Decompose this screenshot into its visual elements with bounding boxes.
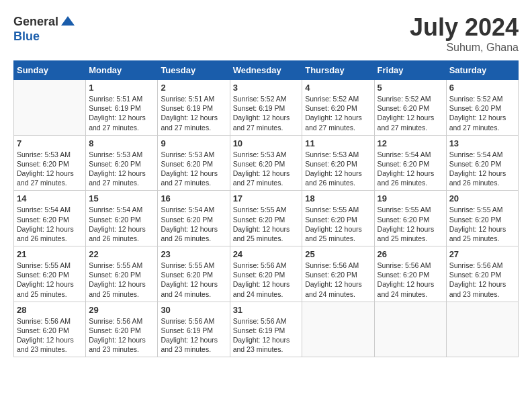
day-number: 19 (378, 193, 443, 203)
day-info: Sunrise: 5:54 AM Sunset: 6:20 PM Dayligh… (449, 150, 515, 188)
day-info: Sunrise: 5:52 AM Sunset: 6:20 PM Dayligh… (378, 94, 443, 132)
logo-blue: Blue (13, 30, 40, 44)
day-info: Sunrise: 5:53 AM Sunset: 6:20 PM Dayligh… (89, 150, 154, 188)
day-info: Sunrise: 5:56 AM Sunset: 6:20 PM Dayligh… (89, 316, 154, 355)
day-number: 31 (233, 305, 300, 315)
calendar-cell: 19Sunrise: 5:55 AM Sunset: 6:20 PM Dayli… (374, 191, 446, 246)
calendar-cell: 18Sunrise: 5:55 AM Sunset: 6:20 PM Dayli… (302, 191, 374, 246)
day-info: Sunrise: 5:53 AM Sunset: 6:20 PM Dayligh… (161, 150, 226, 188)
calendar-cell: 8Sunrise: 5:53 AM Sunset: 6:20 PM Daylig… (86, 135, 158, 191)
day-number: 5 (378, 83, 443, 93)
calendar-cell: 26Sunrise: 5:56 AM Sunset: 6:20 PM Dayli… (374, 246, 446, 302)
calendar-cell: 13Sunrise: 5:54 AM Sunset: 6:20 PM Dayli… (446, 135, 518, 191)
day-number: 18 (305, 193, 371, 203)
day-number: 8 (89, 138, 154, 148)
calendar-weekday-wednesday: Wednesday (230, 61, 302, 80)
logo-icon (60, 13, 76, 30)
page-header: General Blue July 2024 Suhum, Ghana (13, 13, 519, 54)
calendar-cell: 5Sunrise: 5:52 AM Sunset: 6:20 PM Daylig… (374, 80, 446, 136)
day-number: 23 (161, 249, 226, 259)
calendar-cell: 11Sunrise: 5:53 AM Sunset: 6:20 PM Dayli… (302, 135, 374, 191)
day-number: 3 (233, 83, 300, 93)
day-number: 1 (89, 83, 154, 93)
calendar-cell: 23Sunrise: 5:55 AM Sunset: 6:20 PM Dayli… (158, 246, 230, 302)
calendar-cell: 7Sunrise: 5:53 AM Sunset: 6:20 PM Daylig… (14, 135, 86, 191)
day-info: Sunrise: 5:55 AM Sunset: 6:20 PM Dayligh… (161, 261, 226, 299)
day-number: 16 (161, 193, 226, 203)
day-info: Sunrise: 5:56 AM Sunset: 6:20 PM Dayligh… (449, 261, 515, 299)
day-info: Sunrise: 5:55 AM Sunset: 6:20 PM Dayligh… (305, 205, 371, 243)
day-info: Sunrise: 5:56 AM Sunset: 6:20 PM Dayligh… (17, 316, 83, 355)
calendar-cell: 14Sunrise: 5:54 AM Sunset: 6:20 PM Dayli… (14, 191, 86, 246)
calendar-cell (374, 302, 446, 357)
calendar-cell: 27Sunrise: 5:56 AM Sunset: 6:20 PM Dayli… (446, 246, 518, 302)
calendar-cell: 25Sunrise: 5:56 AM Sunset: 6:20 PM Dayli… (302, 246, 374, 302)
day-number: 12 (378, 138, 443, 148)
calendar-cell: 16Sunrise: 5:54 AM Sunset: 6:20 PM Dayli… (158, 191, 230, 246)
calendar-cell: 1Sunrise: 5:51 AM Sunset: 6:19 PM Daylig… (86, 80, 158, 136)
day-info: Sunrise: 5:55 AM Sunset: 6:20 PM Dayligh… (89, 261, 154, 299)
day-number: 10 (233, 138, 300, 148)
calendar-cell: 2Sunrise: 5:51 AM Sunset: 6:19 PM Daylig… (158, 80, 230, 136)
day-info: Sunrise: 5:52 AM Sunset: 6:19 PM Dayligh… (233, 94, 300, 132)
day-number: 13 (449, 138, 515, 148)
calendar-cell: 10Sunrise: 5:53 AM Sunset: 6:20 PM Dayli… (230, 135, 302, 191)
day-number: 7 (17, 138, 83, 148)
day-info: Sunrise: 5:55 AM Sunset: 6:20 PM Dayligh… (449, 205, 515, 243)
calendar-cell: 20Sunrise: 5:55 AM Sunset: 6:20 PM Dayli… (446, 191, 518, 246)
day-info: Sunrise: 5:55 AM Sunset: 6:20 PM Dayligh… (378, 205, 443, 243)
day-number: 11 (305, 138, 371, 148)
calendar-week-row: 28Sunrise: 5:56 AM Sunset: 6:20 PM Dayli… (14, 302, 519, 357)
day-number: 25 (305, 249, 371, 259)
location: Suhum, Ghana (410, 42, 519, 54)
calendar-cell (302, 302, 374, 357)
calendar-cell: 21Sunrise: 5:55 AM Sunset: 6:20 PM Dayli… (14, 246, 86, 302)
day-info: Sunrise: 5:52 AM Sunset: 6:20 PM Dayligh… (449, 94, 515, 132)
calendar-cell: 22Sunrise: 5:55 AM Sunset: 6:20 PM Dayli… (86, 246, 158, 302)
day-info: Sunrise: 5:54 AM Sunset: 6:20 PM Dayligh… (17, 205, 83, 243)
day-info: Sunrise: 5:53 AM Sunset: 6:20 PM Dayligh… (233, 150, 300, 188)
day-number: 27 (449, 249, 515, 259)
day-number: 6 (449, 83, 515, 93)
day-info: Sunrise: 5:55 AM Sunset: 6:20 PM Dayligh… (233, 205, 300, 243)
calendar-cell: 28Sunrise: 5:56 AM Sunset: 6:20 PM Dayli… (14, 302, 86, 357)
day-info: Sunrise: 5:54 AM Sunset: 6:20 PM Dayligh… (89, 205, 154, 243)
day-info: Sunrise: 5:52 AM Sunset: 6:20 PM Dayligh… (305, 94, 371, 132)
calendar-weekday-saturday: Saturday (446, 61, 518, 80)
calendar-cell: 30Sunrise: 5:56 AM Sunset: 6:19 PM Dayli… (158, 302, 230, 357)
day-number: 29 (89, 305, 154, 315)
calendar-cell: 17Sunrise: 5:55 AM Sunset: 6:20 PM Dayli… (230, 191, 302, 246)
day-number: 24 (233, 249, 300, 259)
calendar-week-row: 21Sunrise: 5:55 AM Sunset: 6:20 PM Dayli… (14, 246, 519, 302)
day-info: Sunrise: 5:53 AM Sunset: 6:20 PM Dayligh… (305, 150, 371, 188)
day-info: Sunrise: 5:56 AM Sunset: 6:20 PM Dayligh… (233, 261, 300, 299)
calendar-cell: 31Sunrise: 5:56 AM Sunset: 6:19 PM Dayli… (230, 302, 302, 357)
day-info: Sunrise: 5:54 AM Sunset: 6:20 PM Dayligh… (378, 150, 443, 188)
calendar-cell: 29Sunrise: 5:56 AM Sunset: 6:20 PM Dayli… (86, 302, 158, 357)
day-info: Sunrise: 5:51 AM Sunset: 6:19 PM Dayligh… (161, 94, 226, 132)
calendar-table: SundayMondayTuesdayWednesdayThursdayFrid… (13, 60, 519, 357)
calendar-weekday-tuesday: Tuesday (158, 61, 230, 80)
calendar-weekday-monday: Monday (86, 61, 158, 80)
day-info: Sunrise: 5:54 AM Sunset: 6:20 PM Dayligh… (161, 205, 226, 243)
calendar-cell (14, 80, 86, 136)
calendar-cell: 4Sunrise: 5:52 AM Sunset: 6:20 PM Daylig… (302, 80, 374, 136)
calendar-cell: 9Sunrise: 5:53 AM Sunset: 6:20 PM Daylig… (158, 135, 230, 191)
day-info: Sunrise: 5:56 AM Sunset: 6:20 PM Dayligh… (305, 261, 371, 299)
calendar-week-row: 14Sunrise: 5:54 AM Sunset: 6:20 PM Dayli… (14, 191, 519, 246)
calendar-cell: 12Sunrise: 5:54 AM Sunset: 6:20 PM Dayli… (374, 135, 446, 191)
day-number: 28 (17, 305, 83, 315)
day-number: 20 (449, 193, 515, 203)
day-number: 4 (305, 83, 371, 93)
day-info: Sunrise: 5:56 AM Sunset: 6:19 PM Dayligh… (161, 316, 226, 355)
logo: General Blue (13, 13, 76, 44)
calendar-cell: 24Sunrise: 5:56 AM Sunset: 6:20 PM Dayli… (230, 246, 302, 302)
day-number: 21 (17, 249, 83, 259)
day-info: Sunrise: 5:51 AM Sunset: 6:19 PM Dayligh… (89, 94, 154, 132)
day-number: 17 (233, 193, 300, 203)
calendar-weekday-thursday: Thursday (302, 61, 374, 80)
title-block: July 2024 Suhum, Ghana (410, 13, 519, 54)
calendar-header-row: SundayMondayTuesdayWednesdayThursdayFrid… (14, 61, 519, 80)
calendar-cell: 3Sunrise: 5:52 AM Sunset: 6:19 PM Daylig… (230, 80, 302, 136)
day-number: 15 (89, 193, 154, 203)
